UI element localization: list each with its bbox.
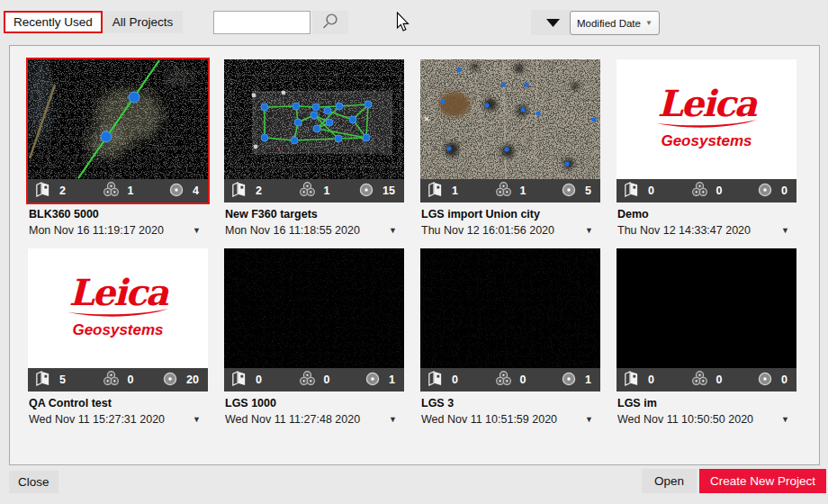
station-count: 1: [520, 184, 526, 197]
target-icon: [162, 371, 178, 390]
search-button[interactable]: [312, 11, 348, 34]
map-icon: [230, 370, 248, 390]
station-count: 1: [324, 184, 330, 197]
target-icon: [168, 182, 184, 201]
project-thumbnail[interactable]: 1 1 5: [420, 59, 600, 202]
project-card-blk360-5000: 2 1 4 BLK360 5000 Mon Nov 16 11:19:17 20…: [27, 58, 209, 237]
project-card-lgs-import-union-city: 1 1 5 LGS import Union city Thu Nov 12 1…: [419, 58, 601, 237]
map-stat: 0: [623, 181, 679, 201]
tab-all-projects[interactable]: All Projects: [103, 11, 184, 33]
map-icon: [34, 370, 51, 390]
station-count: 0: [128, 374, 134, 386]
project-date: Mon Nov 16 11:19:17 2020: [29, 224, 164, 237]
project-menu-dropdown-icon[interactable]: ▼: [389, 415, 397, 424]
project-stats-bar: 0 0 1: [224, 368, 404, 392]
project-thumbnail[interactable]: 0 0 0: [616, 248, 796, 392]
target-icon: [561, 371, 577, 390]
project-stats-bar: 2 1 15: [224, 179, 404, 202]
search-input[interactable]: [213, 11, 310, 34]
point-cloud-image: [420, 248, 600, 368]
station-cluster-icon: [103, 370, 120, 390]
map-stat: 0: [230, 370, 286, 390]
station-cluster-icon: [691, 370, 708, 390]
station-count: 0: [716, 184, 723, 197]
station-cluster-icon: [299, 181, 316, 201]
leica-logo-subtext: Geosystems: [72, 321, 163, 339]
station-stat: 1: [286, 181, 342, 201]
project-card-demo: Leica Geosystems 0 0: [616, 58, 797, 237]
project-title: LGS im: [617, 397, 797, 410]
leica-logo-subtext: Geosystems: [661, 132, 752, 150]
target-stat: 0: [734, 182, 790, 201]
map-count: 5: [59, 374, 66, 386]
project-title: LGS 1000: [225, 397, 405, 410]
project-thumbnail[interactable]: 0 0 1: [420, 248, 600, 392]
project-date: Mon Nov 16 11:18:55 2020: [225, 224, 360, 237]
project-menu-dropdown-icon[interactable]: ▼: [585, 226, 593, 235]
station-stat: 0: [679, 181, 734, 201]
project-thumbnail[interactable]: Leica Geosystems 0 0: [616, 59, 796, 202]
leica-logo-wordmark: Leica: [657, 88, 755, 119]
open-button[interactable]: Open: [642, 469, 697, 493]
map-icon: [427, 370, 444, 390]
project-title: LGS 3: [421, 397, 601, 410]
project-date: Thu Nov 12 14:33:47 2020: [617, 224, 751, 237]
point-cloud-image: [420, 59, 600, 179]
map-count: 2: [256, 184, 262, 197]
close-button[interactable]: Close: [9, 471, 58, 493]
map-stat: 0: [623, 370, 679, 390]
leica-logo-swoosh: [66, 308, 170, 319]
target-stat: 4: [146, 182, 202, 201]
project-thumbnail[interactable]: 2 1 4: [28, 59, 208, 202]
map-icon: [623, 181, 640, 201]
leica-logo-swoosh: [654, 119, 759, 130]
target-stat: 0: [734, 371, 790, 390]
project-menu-dropdown-icon[interactable]: ▼: [193, 415, 201, 424]
down-triangle-icon: [546, 16, 560, 30]
project-menu-dropdown-icon[interactable]: ▼: [389, 226, 397, 235]
station-cluster-icon: [103, 181, 120, 201]
station-stat: 0: [90, 370, 146, 390]
map-stat: 2: [230, 181, 286, 201]
project-card-new-f360-targets: 2 1 15 New F360 targets Mon Nov 16 11:18…: [223, 58, 405, 237]
map-count: 0: [452, 374, 458, 386]
project-list-panel: 2 1 4 BLK360 5000 Mon Nov 16 11:19:17 20…: [9, 45, 820, 465]
map-count: 1: [452, 184, 458, 197]
project-thumbnail[interactable]: 0 0 1: [224, 248, 404, 392]
project-card-qa-control-test: Leica Geosystems 5 0: [27, 248, 209, 426]
project-menu-dropdown-icon[interactable]: ▼: [781, 226, 789, 235]
project-title: LGS import Union city: [421, 208, 601, 220]
project-menu-dropdown-icon[interactable]: ▼: [585, 415, 593, 424]
map-stat: 0: [427, 370, 482, 390]
project-date: Wed Nov 11 15:27:31 2020: [29, 413, 165, 426]
map-stat: 5: [34, 370, 90, 390]
target-stat: 1: [538, 371, 594, 390]
project-date: Wed Nov 11 10:50:50 2020: [617, 413, 753, 426]
search-icon: [321, 13, 339, 33]
project-menu-dropdown-icon[interactable]: ▼: [781, 415, 789, 424]
project-date: Thu Nov 12 16:01:56 2020: [421, 224, 554, 237]
project-title: Demo: [617, 208, 797, 220]
project-menu-dropdown-icon[interactable]: ▼: [193, 226, 201, 235]
map-count: 0: [648, 184, 654, 197]
project-card-lgs-1000: 0 0 1 LGS 1000 Wed Nov 11 11:27:48 2020 …: [223, 248, 405, 426]
target-icon: [757, 371, 773, 390]
target-count: 5: [585, 184, 591, 197]
leica-logo: Leica Geosystems: [616, 59, 796, 179]
create-new-project-button[interactable]: Create New Project: [699, 469, 826, 493]
target-count: 0: [781, 184, 788, 197]
project-thumbnail[interactable]: Leica Geosystems 5 0: [28, 248, 208, 392]
map-count: 0: [256, 374, 262, 386]
target-count: 15: [382, 184, 395, 197]
target-stat: 20: [146, 371, 202, 390]
sort-direction-button[interactable]: [531, 10, 574, 35]
station-count: 0: [324, 374, 330, 386]
project-date: Wed Nov 11 11:27:48 2020: [225, 413, 360, 426]
point-cloud-image: [224, 59, 404, 179]
target-icon: [358, 182, 374, 201]
sort-by-dropdown[interactable]: Modified Date ▼: [570, 11, 660, 35]
footer-actions: Open Create New Project: [642, 469, 826, 493]
tab-recently-used[interactable]: Recently Used: [4, 11, 103, 33]
project-thumbnail[interactable]: 2 1 15: [224, 59, 404, 202]
target-count: 0: [781, 374, 788, 386]
